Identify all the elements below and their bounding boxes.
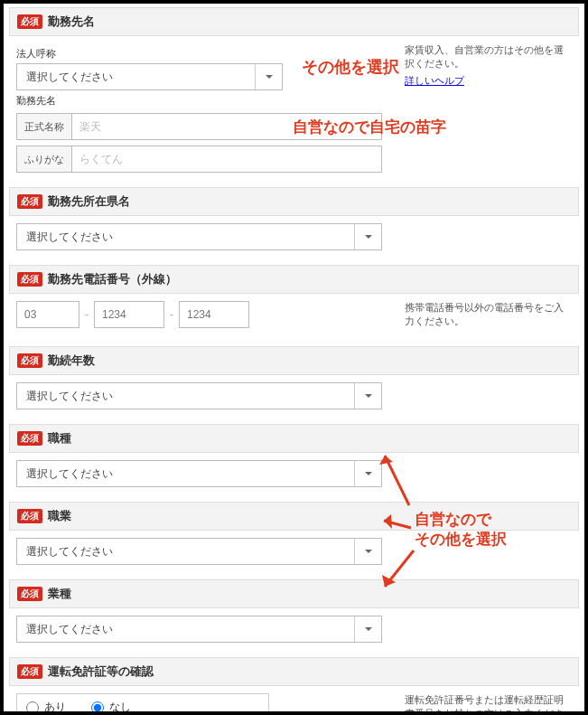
select-jobtype[interactable]: 選択してください [16, 460, 382, 487]
separator: - [170, 308, 173, 321]
chevron-down-icon [354, 616, 381, 642]
required-badge: 必須 [17, 194, 42, 209]
radio-no[interactable]: なし [91, 700, 131, 715]
section-prefecture: 必須 勤務先所在県名 選択してください [9, 187, 579, 259]
section-industry: 必須 業種 選択してください [9, 579, 579, 652]
hint-text: 運転免許証番号または運転経歴証明書番号をお持ちの方はご入力ください。 資金業法に… [405, 693, 572, 715]
hint-text: 家賃収入、自営業の方はその他を選択ください。 [405, 43, 572, 71]
input-phone-1[interactable] [16, 301, 79, 328]
select-text: 選択してください [26, 70, 113, 85]
section-years: 必須 勤続年数 選択してください [9, 346, 579, 419]
section-title: 勤務先電話番号（外線） [48, 271, 177, 287]
section-title: 勤務先所在県名 [48, 193, 130, 210]
prefix-formal: 正式名称 [16, 113, 71, 140]
section-phone: 必須 勤務先電話番号（外線） - - 携帯電話番号以外の電話番号をご入力ください… [9, 265, 579, 341]
chevron-down-icon [354, 539, 381, 564]
chevron-down-icon [354, 224, 381, 249]
section-jobtype: 必須 職種 選択してください [9, 424, 579, 496]
input-phone-2[interactable] [94, 301, 164, 328]
input-workname-formal[interactable] [71, 113, 382, 140]
select-years[interactable]: 選択してください [16, 382, 382, 409]
chevron-down-icon [354, 383, 381, 409]
required-badge: 必須 [17, 14, 42, 29]
select-prefecture[interactable]: 選択してください [16, 223, 382, 250]
hint-text: 携帯電話番号以外の電話番号をご入力ください。 [405, 301, 572, 328]
section-workplace-name: 必須 勤務先名 法人呼称 選択してください 勤務先名 正式名称 [9, 7, 579, 182]
label-houjin: 法人呼称 [16, 47, 405, 61]
input-phone-3[interactable] [179, 301, 249, 328]
prefix-kana: ふりがな [16, 146, 71, 173]
section-license: 必須 運転免許証等の確認 あり なし ※「あり」の場合は運転免許証番号または運転… [9, 657, 579, 715]
section-title: 勤務先名 [48, 14, 95, 30]
chevron-down-icon [354, 461, 381, 486]
radio-group-license: あり なし [16, 693, 269, 715]
help-link[interactable]: 詳しいヘルプ [405, 75, 464, 86]
label-workname: 勤務先名 [16, 94, 405, 108]
section-header: 必須 勤務先名 [9, 7, 579, 36]
select-houjin[interactable]: 選択してください [16, 63, 283, 90]
chevron-down-icon [255, 64, 282, 89]
select-occupation[interactable]: 選択してください [16, 538, 382, 565]
required-badge: 必須 [17, 272, 42, 287]
select-industry[interactable]: 選択してください [16, 616, 382, 643]
radio-yes[interactable]: あり [26, 700, 66, 715]
separator: - [85, 308, 89, 321]
section-occupation: 必須 職業 選択してください [9, 502, 579, 574]
input-workname-kana[interactable] [71, 146, 382, 173]
